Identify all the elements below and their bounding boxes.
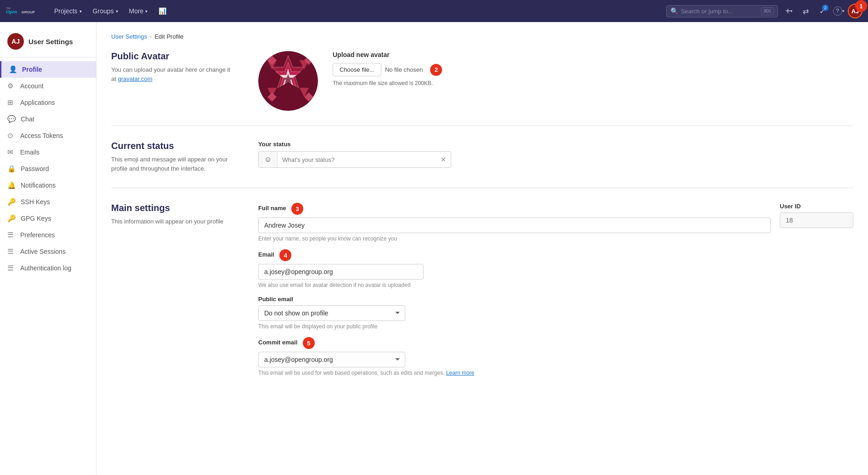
main-content: User Settings › Edit Profile Public Avat… — [96, 22, 868, 475]
public-avatar-section: Public Avatar You can upload your avatar… — [111, 51, 853, 126]
avatar-section-layout: Public Avatar You can upload your avatar… — [111, 51, 853, 111]
sidebar-label-ssh: SSH Keys — [21, 198, 50, 206]
email-input[interactable] — [258, 264, 424, 280]
more-label: More — [129, 7, 144, 15]
more-chevron: ▾ — [145, 9, 148, 14]
sidebar-item-profile[interactable]: 👤 Profile — [0, 61, 96, 78]
sidebar-avatar-initials: AJ — [11, 38, 20, 45]
main-settings-right: Full name 3 Enter your name, so people y… — [258, 203, 853, 383]
issues-badge: 2 — [822, 5, 828, 11]
applications-icon: ⊞ — [7, 98, 16, 107]
main-settings-section: Main settings This information will appe… — [111, 203, 853, 398]
avatar-desc-text: You can upload your avatar here or chang… — [111, 66, 230, 73]
main-settings-title: Main settings — [111, 203, 240, 213]
search-bar[interactable]: 🔍 ⌘K — [666, 5, 778, 17]
avatar-section-right: Upload new avatar Choose file... No file… — [258, 51, 853, 111]
sidebar-item-password[interactable]: 🔒 Password — [0, 160, 96, 177]
sidebar-label-notifications: Notifications — [21, 182, 56, 189]
svg-text:Open: Open — [6, 9, 17, 14]
plus-dropdown-icon: ▾ — [790, 9, 793, 13]
sidebar-avatar: AJ — [7, 33, 24, 50]
annotation-5: 5 — [303, 337, 315, 349]
help-button[interactable]: ? ▾ — [831, 4, 846, 18]
file-row: Choose file... No file chosen 2 — [333, 63, 442, 76]
topnav-icons: + ▾ ⇄ ✓ 2 ? ▾ AJ 1 — [782, 4, 862, 18]
commit-email-select[interactable]: a.josey@opengroup.org — [258, 352, 405, 367]
file-size-note: The maximum file size allowed is 200KB. — [333, 80, 442, 86]
user-id-group: User ID — [780, 203, 853, 242]
avatar-upload-area: Upload new avatar Choose file... No file… — [333, 51, 442, 86]
status-input[interactable] — [278, 153, 436, 167]
gpg-icon: 🔑 — [7, 214, 16, 223]
commit-email-learn-more[interactable]: Learn more — [446, 370, 474, 376]
more-nav-item[interactable]: More ▾ — [125, 5, 153, 17]
full-name-label: Full name 3 — [258, 203, 771, 215]
status-section-title: Current status — [111, 141, 240, 151]
sidebar-label-access-tokens: Access Tokens — [20, 132, 63, 139]
plus-button[interactable]: + ▾ — [782, 4, 796, 18]
sidebar-item-auth-log[interactable]: ☰ Authentication log — [0, 260, 96, 276]
choose-file-button[interactable]: Choose file... — [333, 63, 381, 76]
avatar-section-desc: You can upload your avatar here or chang… — [111, 65, 240, 83]
top-navigation: THE Open GROUP Projects ▾ Groups ▾ More … — [0, 0, 868, 22]
projects-chevron: ▾ — [79, 9, 82, 14]
projects-nav-item[interactable]: Projects ▾ — [50, 5, 86, 17]
user-id-label: User ID — [780, 203, 853, 210]
status-emoji-button[interactable]: ☺ — [259, 152, 278, 167]
commit-email-row: Commit email 5 a.josey@opengroup.org Thi… — [258, 337, 853, 376]
public-email-label: Public email — [258, 296, 853, 303]
sidebar-label-applications: Applications — [20, 99, 55, 106]
logo[interactable]: THE Open GROUP — [6, 5, 42, 17]
sidebar: AJ User Settings 👤 Profile ⚙ Account ⊞ A… — [0, 22, 96, 475]
public-email-group: Public email Do not show on profile a.jo… — [258, 296, 853, 330]
auth-icon: ☰ — [7, 264, 16, 272]
svg-text:GROUP: GROUP — [22, 10, 35, 14]
email-row: Email 4 We also use email for avatar det… — [258, 249, 853, 288]
annotation-2: 2 — [430, 64, 442, 76]
sidebar-item-notifications[interactable]: 🔔 Notifications — [0, 177, 96, 194]
breadcrumb-current: Edit Profile — [154, 33, 183, 40]
user-id-input[interactable] — [780, 212, 853, 228]
sidebar-item-gpg-keys[interactable]: 🔑 GPG Keys — [0, 210, 96, 227]
avatar-section-title: Public Avatar — [111, 51, 240, 62]
sidebar-item-account[interactable]: ⚙ Account — [0, 78, 96, 94]
full-name-input[interactable] — [258, 217, 771, 233]
preferences-icon: ☰ — [7, 231, 16, 239]
commit-email-label: Commit email 5 — [258, 337, 853, 349]
chart-icon: 📊 — [159, 7, 166, 15]
sidebar-item-ssh-keys[interactable]: 🔑 SSH Keys — [0, 194, 96, 210]
sidebar-title: User Settings — [28, 38, 73, 46]
issues-button[interactable]: ✓ 2 — [815, 4, 829, 18]
breadcrumb-parent[interactable]: User Settings — [111, 33, 147, 40]
user-avatar-wrapper[interactable]: AJ 1 — [848, 4, 862, 18]
gravatar-link[interactable]: gravatar.com — [118, 75, 152, 82]
upload-title: Upload new avatar — [333, 51, 442, 58]
status-clear-button[interactable]: ✕ — [436, 152, 451, 167]
main-settings-left: Main settings This information will appe… — [111, 203, 240, 226]
groups-nav-item[interactable]: Groups ▾ — [88, 5, 123, 17]
name-id-row: Full name 3 Enter your name, so people y… — [258, 203, 853, 242]
sidebar-item-preferences[interactable]: ☰ Preferences — [0, 227, 96, 243]
avatar-preview — [258, 51, 318, 111]
no-file-text: No file chosen — [385, 66, 423, 73]
avatar-desc-at: at — [111, 75, 116, 82]
status-section-layout: Current status This emoji and message wi… — [111, 141, 853, 173]
groups-label: Groups — [93, 7, 114, 15]
public-email-row: Public email Do not show on profile a.jo… — [258, 296, 853, 330]
sidebar-item-applications[interactable]: ⊞ Applications — [0, 94, 96, 111]
status-label: Your status — [258, 141, 853, 148]
commit-email-hint: This email will be used for web based op… — [258, 370, 853, 376]
email-hint: We also use email for avatar detection i… — [258, 282, 853, 288]
sidebar-label-account: Account — [20, 82, 44, 90]
chart-nav-item[interactable]: 📊 — [154, 5, 171, 17]
sidebar-item-active-sessions[interactable]: ☰ Active Sessions — [0, 243, 96, 260]
sidebar-label-profile: Profile — [22, 66, 42, 73]
public-email-select[interactable]: Do not show on profile a.josey@opengroup… — [258, 305, 405, 321]
search-input[interactable] — [681, 8, 758, 15]
sidebar-label-sessions: Active Sessions — [20, 248, 66, 255]
sidebar-item-emails[interactable]: ✉ Emails — [0, 144, 96, 160]
merge-request-button[interactable]: ⇄ — [798, 4, 813, 18]
sidebar-item-access-tokens[interactable]: ⊙ Access Tokens — [0, 127, 96, 144]
ssh-icon: 🔑 — [7, 198, 16, 206]
sidebar-item-chat[interactable]: 💬 Chat — [0, 111, 96, 127]
